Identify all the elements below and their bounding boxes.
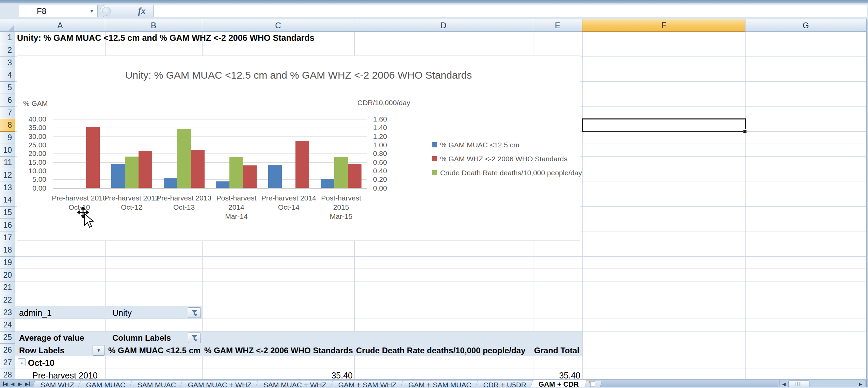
row-header-25[interactable]: 25 [0, 332, 15, 344]
bar-series2-cat4[interactable] [229, 157, 243, 188]
sheet-area[interactable]: 1234567891011121314151617181920212223242… [0, 32, 866, 379]
column-labels-filter-button[interactable] [188, 333, 201, 343]
pivot-group-label[interactable]: Oct-10 [28, 358, 54, 368]
chart-gridline [53, 119, 367, 119]
cell-a1-title[interactable]: Unity: % GAM MUAC <12.5 cm and % GAM WHZ… [17, 33, 315, 43]
pivot-value-grand-total[interactable]: 35.40 [533, 370, 580, 379]
row-header-15[interactable]: 15 [0, 207, 15, 219]
pivot-filter-button[interactable] [188, 307, 201, 318]
right-axis-tick: 0.80 [373, 149, 404, 158]
bar-series3-cat3[interactable] [191, 150, 205, 188]
bar-series3-cat1[interactable] [86, 127, 100, 188]
previous-sheet-button[interactable]: ◀ [9, 380, 16, 387]
left-axis-tick: 20.00 [22, 149, 46, 158]
chart-title: Unity: % GAM MUAC <12.5 cm and % GAM WHZ… [17, 69, 580, 81]
row-header-9[interactable]: 9 [0, 132, 15, 144]
pivot-filter-value[interactable]: Unity [112, 308, 132, 318]
left-axis-tick: 30.00 [22, 132, 46, 141]
chart-gridline [53, 162, 367, 163]
row-header-10[interactable]: 10 [0, 144, 15, 157]
row-header-19[interactable]: 19 [0, 257, 15, 269]
bar-series2-cat2[interactable] [125, 157, 139, 188]
row-header-21[interactable]: 21 [0, 281, 15, 294]
row-header-5[interactable]: 5 [0, 82, 15, 94]
scrollbar-thumb[interactable] [788, 381, 809, 387]
row-header-17[interactable]: 17 [0, 231, 15, 244]
row-labels-dropdown-button[interactable]: ▼ [93, 345, 105, 356]
bar-series3-cat5[interactable] [295, 141, 309, 188]
pivot-row-label[interactable]: Pre-harvest 2010 [32, 370, 98, 379]
row-header-20[interactable]: 20 [0, 269, 15, 281]
bar-series1-cat4[interactable] [216, 181, 229, 188]
row-header-22[interactable]: 22 [0, 294, 15, 307]
last-sheet-button[interactable]: ▶ [24, 380, 31, 387]
name-box[interactable]: F8 ▼ [19, 5, 98, 17]
legend-item[interactable]: % GAM WHZ <-2 2006 WHO Standards [432, 154, 582, 163]
bar-series3-cat6[interactable] [348, 164, 361, 188]
next-sheet-button[interactable]: ▶ [16, 380, 24, 387]
row-header-26[interactable]: 26 [0, 344, 15, 357]
row-header-6[interactable]: 6 [0, 94, 15, 107]
column-header-F[interactable]: F [582, 19, 745, 32]
dropdown-icon: ▼ [97, 348, 101, 353]
legend-item[interactable]: % GAM MUAC <12.5 cm [432, 140, 582, 149]
insert-function-button[interactable]: fx [100, 5, 154, 17]
category-label: Pre-harvest 2013Oct-13 [154, 193, 214, 212]
row-header-24[interactable]: 24 [0, 319, 15, 332]
first-sheet-button[interactable]: ◀ [1, 380, 9, 387]
row-header-16[interactable]: 16 [0, 219, 15, 232]
bar-series1-cat6[interactable] [321, 179, 334, 188]
left-axis-tick: 25.00 [22, 141, 46, 149]
column-header-E[interactable]: E [533, 19, 582, 32]
scroll-left-button[interactable]: ◀ [779, 380, 788, 388]
selected-cell-outline[interactable] [582, 118, 746, 132]
column-header-G[interactable]: G [745, 19, 866, 32]
scrollbar-splitter-handle[interactable] [865, 380, 867, 388]
column-header-B[interactable]: B [105, 19, 202, 32]
legend-item[interactable]: Crude Death Rate deaths/10,000 people/da… [432, 168, 582, 177]
row-header-28[interactable]: 28 [0, 369, 15, 379]
row-header-13[interactable]: 13 [0, 181, 15, 194]
pivot-col-header-whz: % GAM WHZ <-2 2006 WHO Standards [204, 345, 353, 356]
row-header-12[interactable]: 12 [0, 169, 15, 182]
column-header-D[interactable]: D [354, 19, 533, 32]
row-header-27[interactable]: 27 [0, 356, 15, 369]
row-header-11[interactable]: 11 [0, 157, 15, 169]
formula-input[interactable] [154, 5, 867, 17]
row-header-14[interactable]: 14 [0, 194, 15, 207]
select-all-corner[interactable] [0, 19, 15, 32]
move-cursor-icon [76, 207, 97, 228]
row-header-23[interactable]: 23 [0, 306, 15, 319]
vertical-scrollbar-sliver[interactable] [866, 19, 868, 379]
gridline [15, 244, 866, 244]
collapse-group-button[interactable]: - [18, 358, 26, 366]
row-header-18[interactable]: 18 [0, 244, 15, 257]
bar-series3-cat2[interactable] [139, 151, 152, 188]
bar-series2-cat6[interactable] [334, 157, 348, 188]
bar-series1-cat2[interactable] [111, 164, 125, 188]
fill-handle[interactable] [743, 129, 747, 133]
thumb-grip [795, 382, 802, 386]
row-header-1[interactable]: 1 [0, 32, 15, 44]
bar-series3-cat4[interactable] [243, 165, 257, 188]
window-top-edge [0, 0, 868, 3]
column-header-A[interactable]: A [15, 19, 105, 32]
row-header-2[interactable]: 2 [0, 44, 15, 57]
legend-swatch-blue [432, 142, 437, 147]
row-header-4[interactable]: 4 [0, 69, 15, 82]
gridline [745, 32, 746, 379]
row-header-8[interactable]: 8 [0, 119, 15, 132]
gridline [15, 294, 866, 294]
name-box-dropdown-icon[interactable]: ▼ [90, 5, 94, 17]
row-header-3[interactable]: 3 [0, 56, 15, 69]
column-header-C[interactable]: C [202, 19, 354, 32]
chart-gridline [53, 179, 367, 180]
pivot-value-gam-whz[interactable]: 35.40 [306, 370, 353, 379]
bar-series2-cat3[interactable] [177, 129, 191, 188]
scroll-right-button[interactable]: ▶ [856, 380, 865, 388]
bar-series1-cat3[interactable] [164, 178, 177, 188]
right-axis-tick: 1.60 [373, 115, 404, 124]
bar-series1-cat5[interactable] [268, 165, 282, 188]
row-header-7[interactable]: 7 [0, 107, 15, 119]
chart-object[interactable]: Unity: % GAM MUAC <12.5 cm and % GAM WHZ… [17, 55, 580, 241]
